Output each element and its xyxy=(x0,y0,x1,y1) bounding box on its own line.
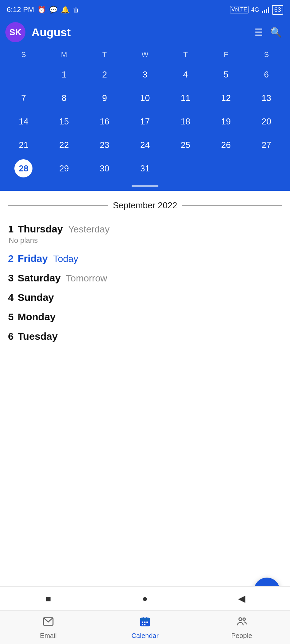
cal-cell-14[interactable]: 14 xyxy=(3,111,44,131)
cal-cell-11[interactable]: 11 xyxy=(165,88,206,108)
back-button[interactable]: ◀ xyxy=(234,591,249,606)
cal-cell-22[interactable]: 22 xyxy=(44,135,84,155)
svg-rect-2 xyxy=(140,618,150,621)
bottom-nav: Email Calendar xyxy=(0,610,290,644)
cal-cell-4[interactable]: 4 xyxy=(165,64,206,85)
calendar-header: SK August ☰ 🔍 xyxy=(0,19,290,48)
cal-cell-25[interactable]: 25 xyxy=(165,135,206,155)
cal-cell-7[interactable]: 7 xyxy=(3,88,44,108)
cal-cell-19[interactable]: 19 xyxy=(206,111,246,131)
day-name-fri: F xyxy=(206,48,246,62)
day-entry-header-4: 4 Sunday xyxy=(8,292,282,303)
day-rel-3: Tomorrow xyxy=(66,273,107,284)
cal-cell-empty-1 xyxy=(3,64,44,85)
day-weekday-1: Thursday xyxy=(18,223,63,235)
search-icon[interactable]: 🔍 xyxy=(270,27,282,38)
cal-cell-28[interactable]: 28 xyxy=(3,158,44,178)
cal-cell-24[interactable]: 24 xyxy=(125,135,165,155)
cal-cell-13[interactable]: 13 xyxy=(246,88,287,108)
cal-cell-15[interactable]: 15 xyxy=(44,111,84,131)
recents-button[interactable]: ● xyxy=(138,591,152,606)
cal-cell-empty-4 xyxy=(246,158,287,178)
day-entry-header-3: 3 Saturday Tomorrow xyxy=(8,272,282,284)
day-number-5: 5 xyxy=(8,311,14,323)
nav-item-email[interactable]: Email xyxy=(0,616,97,640)
svg-rect-6 xyxy=(144,622,145,623)
svg-rect-9 xyxy=(144,624,145,625)
whatsapp-icon: 💬 xyxy=(49,6,58,14)
day-name-mon: M xyxy=(44,48,84,62)
day-weekday-6: Tuesday xyxy=(18,331,58,342)
signal-bars xyxy=(262,7,269,13)
cal-cell-12[interactable]: 12 xyxy=(206,88,246,108)
scroll-bar xyxy=(132,185,158,187)
svg-rect-7 xyxy=(146,622,148,623)
day-entry-4[interactable]: 4 Sunday xyxy=(8,286,282,305)
cal-cell-26[interactable]: 26 xyxy=(206,135,246,155)
cal-cell-23[interactable]: 23 xyxy=(84,135,125,155)
cal-cell-empty-3 xyxy=(206,158,246,178)
nav-label-people: People xyxy=(231,632,252,640)
calendar-grid: 1 2 3 4 5 6 7 8 9 10 11 12 13 14 15 16 1… xyxy=(3,64,287,178)
cal-cell-9[interactable]: 9 xyxy=(84,88,125,108)
cal-cell-16[interactable]: 16 xyxy=(84,111,125,131)
day-name-wed: W xyxy=(125,48,165,62)
cal-cell-27[interactable]: 27 xyxy=(246,135,287,155)
day-entry-1[interactable]: 1 Thursday Yesterday No plans xyxy=(8,217,282,247)
cal-cell-10[interactable]: 10 xyxy=(125,88,165,108)
status-bar: 6:12 PM ⏰ 💬 🔔 🗑 VoLTE 4G 63 xyxy=(0,0,290,19)
avatar[interactable]: SK xyxy=(5,22,25,42)
day-weekday-4: Sunday xyxy=(18,292,54,303)
cal-cell-31[interactable]: 31 xyxy=(125,158,165,178)
svg-point-11 xyxy=(243,618,245,620)
avatar-initials: SK xyxy=(9,27,21,38)
day-entry-3[interactable]: 3 Saturday Tomorrow xyxy=(8,266,282,286)
svg-rect-8 xyxy=(142,624,143,625)
calendar-icon xyxy=(139,616,151,630)
nav-item-people[interactable]: People xyxy=(193,616,290,640)
day-entry-header-1: 1 Thursday Yesterday xyxy=(8,223,282,235)
day-entry-6[interactable]: 6 Tuesday xyxy=(8,325,282,344)
cal-cell-2[interactable]: 2 xyxy=(84,64,125,85)
svg-rect-5 xyxy=(142,622,143,623)
home-button[interactable]: ■ xyxy=(41,591,56,606)
scroll-indicator xyxy=(0,185,290,191)
battery-level: 63 xyxy=(274,6,281,13)
cal-cell-3[interactable]: 3 xyxy=(125,64,165,85)
menu-icon[interactable]: ☰ xyxy=(255,27,263,38)
status-right: VoLTE 4G 63 xyxy=(230,5,283,15)
day-number-2: 2 xyxy=(8,253,14,264)
month-separator: September 2022 xyxy=(8,191,282,217)
header-icons: ☰ 🔍 xyxy=(255,27,282,38)
cal-cell-8[interactable]: 8 xyxy=(44,88,84,108)
cal-cell-30[interactable]: 30 xyxy=(84,158,125,178)
nav-label-email: Email xyxy=(40,632,57,640)
day-entry-header-2: 2 Friday Today xyxy=(8,253,282,264)
day-name-sun: S xyxy=(3,48,44,62)
day-weekday-3: Saturday xyxy=(18,272,61,284)
cal-cell-5[interactable]: 5 xyxy=(206,64,246,85)
day-name-tue: T xyxy=(84,48,125,62)
cal-cell-1[interactable]: 1 xyxy=(44,64,84,85)
calendar-section: SK August ☰ 🔍 S M T W T F S 1 2 3 4 5 6 xyxy=(0,19,290,191)
day-entry-header-5: 5 Monday xyxy=(8,311,282,323)
cal-cell-17[interactable]: 17 xyxy=(125,111,165,131)
day-number-4: 4 xyxy=(8,292,14,303)
status-time: 6:12 PM xyxy=(7,5,34,14)
day-entry-2-today[interactable]: 2 Friday Today xyxy=(8,247,282,266)
day-name-thu: T xyxy=(165,48,206,62)
nav-item-calendar[interactable]: Calendar xyxy=(97,616,194,640)
email-icon xyxy=(43,616,54,630)
day-number-1: 1 xyxy=(8,223,14,235)
cal-cell-6[interactable]: 6 xyxy=(246,64,287,85)
cal-cell-18[interactable]: 18 xyxy=(165,111,206,131)
cal-cell-21[interactable]: 21 xyxy=(3,135,44,155)
alarm-icon: ⏰ xyxy=(38,6,46,14)
day-entry-5[interactable]: 5 Monday xyxy=(8,305,282,325)
cal-cell-29[interactable]: 29 xyxy=(44,158,84,178)
day-weekday-5: Monday xyxy=(18,311,56,323)
svg-point-10 xyxy=(239,618,242,621)
day-name-sat: S xyxy=(246,48,287,62)
cal-cell-20[interactable]: 20 xyxy=(246,111,287,131)
status-left: 6:12 PM ⏰ 💬 🔔 🗑 xyxy=(7,5,79,14)
